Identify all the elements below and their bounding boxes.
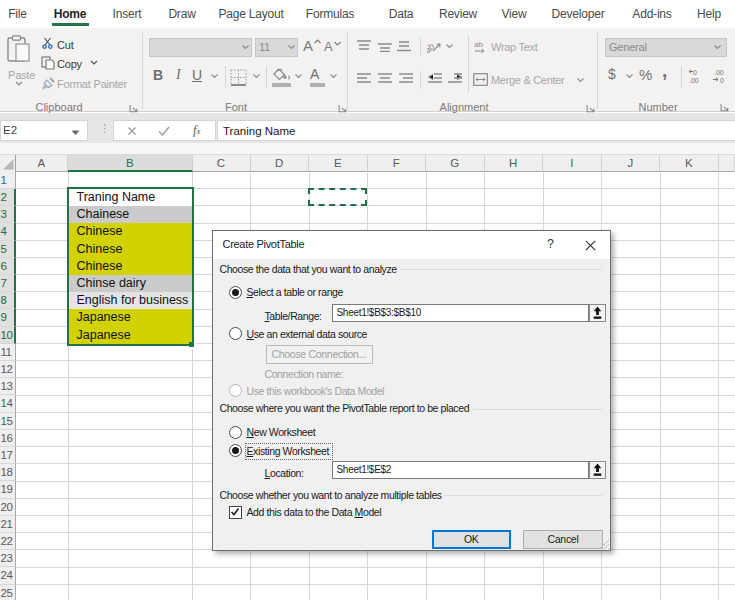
- svg-text:0: 0: [720, 77, 724, 84]
- svg-text:ab: ab: [474, 40, 483, 49]
- svg-text:.00: .00: [689, 77, 699, 84]
- svg-text:ab: ab: [427, 41, 436, 53]
- svg-text:0: 0: [693, 69, 697, 76]
- svg-text:.00: .00: [714, 69, 724, 76]
